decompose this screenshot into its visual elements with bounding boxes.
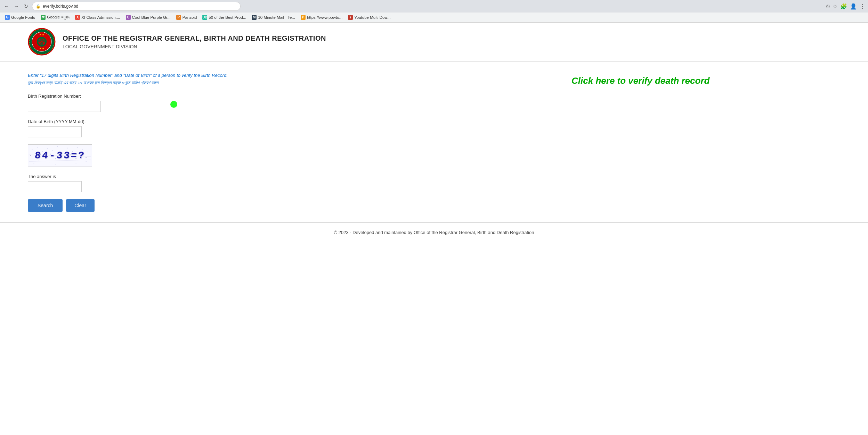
bookmark-label: Panzoid — [182, 15, 197, 19]
bookmark-label: 10 Minute Mail - Te... — [258, 15, 295, 19]
instruction-text: Enter "17 digits Birth Registration Numb… — [28, 72, 427, 87]
svg-point-7 — [40, 42, 43, 46]
svg-point-12 — [37, 147, 38, 147]
site-logo: ★ ★ ★ ★ — [28, 28, 56, 56]
menu-icon[interactable]: ⋮ — [860, 3, 865, 10]
svg-point-29 — [86, 161, 87, 162]
bookmarks-bar: G Google Fonts অ Google অনুবাদ X XI Clas… — [0, 13, 868, 22]
bookmark-panzoid[interactable]: P Panzoid — [174, 14, 199, 21]
favicon-powto: P — [301, 15, 306, 20]
captcha-container: 84-33=? — [28, 144, 427, 167]
bookmark-translate[interactable]: অ Google অনুবাদ — [39, 14, 72, 21]
office-name: OFFICE OF THE REGISTRAR GENERAL, BIRTH A… — [63, 34, 326, 42]
bookmark-label: 50 of the Best Prod... — [209, 15, 246, 19]
favicon-translate: অ — [41, 15, 46, 20]
side-section: Click here to verify death record — [441, 72, 841, 212]
svg-point-25 — [49, 162, 49, 162]
profile-icon[interactable]: 👤 — [850, 3, 857, 10]
bookmark-label: Google Fonts — [11, 15, 35, 19]
birth-reg-label: Birth Registration Number: — [28, 94, 427, 99]
dob-input[interactable] — [28, 126, 82, 137]
bookmark-label: https://www.powto... — [307, 15, 342, 19]
bookmark-label: Google অনুবাদ — [47, 15, 70, 19]
share-icon[interactable]: ⎋ — [826, 3, 830, 10]
birth-reg-input[interactable] — [28, 101, 101, 112]
lock-icon: 🔒 — [36, 4, 41, 9]
browser-chrome: ← → ↻ 🔒 everify.bdris.gov.bd ⎋ ☆ 🧩 👤 ⋮ G… — [0, 0, 868, 23]
favicon-panzoid: P — [176, 15, 181, 20]
site-footer: © 2023 - Developed and maintained by Off… — [0, 222, 868, 242]
bookmark-powto[interactable]: P https://www.powto... — [299, 14, 344, 21]
reload-button[interactable]: ↻ — [22, 2, 30, 10]
dob-label: Date of Birth (YYYY-MM-dd): — [28, 119, 427, 124]
verify-death-link[interactable]: Click here to verify death record — [571, 75, 709, 86]
svg-point-28 — [76, 163, 76, 163]
emblem-svg: ★ ★ ★ ★ — [28, 28, 56, 56]
bookmark-label: XI Class Admission.... — [81, 15, 120, 19]
address-bar[interactable]: 🔒 everify.bdris.gov.bd — [32, 2, 241, 11]
browser-top-bar: ← → ↻ 🔒 everify.bdris.gov.bd ⎋ ☆ 🧩 👤 ⋮ — [0, 0, 868, 13]
svg-point-14 — [47, 148, 48, 149]
svg-point-16 — [57, 146, 58, 146]
instruction-bengali: জন্ম নিবন্ধন তথ্য যাচাই এর জন্য ১৭ অংকের… — [28, 80, 159, 85]
footer-copyright: © 2023 - Developed and maintained by Off… — [334, 230, 534, 235]
answer-label: The answer is — [28, 174, 427, 179]
main-content: Enter "17 digits Birth Registration Numb… — [0, 62, 868, 222]
svg-point-43 — [86, 157, 87, 158]
birth-reg-group: Birth Registration Number: — [28, 94, 427, 112]
bookmark-10min[interactable]: M 10 Minute Mail - Te... — [250, 14, 297, 21]
svg-point-21 — [82, 149, 83, 150]
bookmark-star-icon[interactable]: ☆ — [833, 3, 837, 10]
svg-point-20 — [77, 147, 78, 147]
captcha-image: 84-33=? — [28, 144, 92, 167]
bookmark-label: Youtube Multi Dow... — [354, 15, 390, 19]
search-button[interactable]: Search — [28, 199, 63, 212]
bookmark-ub[interactable]: UB 50 of the Best Prod... — [200, 14, 248, 21]
forward-button[interactable]: → — [13, 2, 20, 10]
favicon-xi: X — [75, 15, 80, 20]
svg-point-32 — [30, 155, 31, 156]
svg-point-26 — [55, 164, 56, 164]
svg-point-22 — [87, 152, 88, 152]
dob-group: Date of Birth (YYYY-MM-dd): — [28, 119, 427, 137]
browser-actions: ⎋ ☆ 🧩 👤 ⋮ — [826, 3, 865, 10]
answer-group: The answer is — [28, 174, 427, 192]
url-text: everify.bdris.gov.bd — [43, 4, 78, 9]
captcha-text: 84-33=? — [34, 150, 86, 161]
favicon-ub: UB — [202, 15, 207, 20]
bookmark-xi[interactable]: X XI Class Admission.... — [73, 14, 122, 21]
bookmark-cool[interactable]: C Cool Blue Purple Gr... — [124, 14, 173, 21]
clear-button[interactable]: Clear — [66, 199, 94, 212]
back-button[interactable]: ← — [3, 2, 10, 10]
svg-point-6 — [42, 40, 47, 42]
svg-point-23 — [33, 163, 34, 163]
instruction-english: Enter "17 digits Birth Registration Numb… — [28, 73, 228, 78]
svg-point-18 — [67, 147, 68, 148]
answer-input[interactable] — [28, 181, 82, 192]
bookmark-google-fonts[interactable]: G Google Fonts — [3, 14, 37, 21]
svg-point-11 — [32, 149, 33, 150]
extensions-icon[interactable]: 🧩 — [840, 3, 847, 10]
favicon-10min: M — [252, 15, 257, 20]
svg-point-5 — [37, 40, 41, 42]
bookmark-label: Cool Blue Purple Gr... — [132, 15, 171, 19]
page-content: ★ ★ ★ ★ OFFICE OF THE REGISTRAR GENERAL,… — [0, 23, 868, 435]
bookmark-youtube[interactable]: Y Youtube Multi Dow... — [346, 14, 392, 21]
svg-text:★ ★: ★ ★ — [39, 47, 44, 50]
division-name: LOCAL GOVERNMENT DIVISION — [63, 44, 326, 49]
favicon-google-fonts: G — [5, 15, 10, 20]
favicon-cool: C — [126, 15, 131, 20]
form-section: Enter "17 digits Birth Registration Numb… — [28, 72, 427, 212]
site-header: ★ ★ ★ ★ OFFICE OF THE REGISTRAR GENERAL,… — [0, 23, 868, 62]
svg-text:★ ★: ★ ★ — [39, 33, 44, 36]
favicon-youtube: Y — [348, 15, 353, 20]
button-group: Search Clear — [28, 199, 427, 212]
site-title-block: OFFICE OF THE REGISTRAR GENERAL, BIRTH A… — [63, 34, 326, 49]
